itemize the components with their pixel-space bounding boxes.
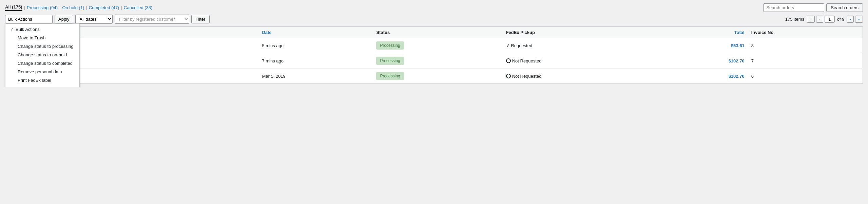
table-row: #742 Devesh PluginHive 👁 Mar 5, 2019 Pro…: [5, 69, 863, 84]
th-total: Total: [662, 27, 748, 38]
row3-fedex: Not Requested: [503, 69, 662, 84]
items-count: 175 items: [785, 17, 804, 22]
pagination-prev-button[interactable]: ‹: [816, 16, 823, 23]
check-icon: ✓: [506, 43, 510, 48]
status-badge-processing: Processing: [376, 41, 404, 50]
table-row: 👁 7 mins ago Processing Not Requested $1…: [5, 53, 863, 69]
filter-bar-right: 175 items « ‹ of 9 › »: [785, 16, 863, 23]
row2-invoice: 7: [748, 53, 863, 69]
circle-icon: [506, 74, 511, 78]
dropdown-item-change-completed[interactable]: Change status to completed: [5, 59, 79, 68]
row3-total: $102.70: [662, 69, 748, 84]
page-wrapper: All (175) | Processing (94) | On hold (1…: [0, 0, 868, 87]
dropdown-item-change-on-hold[interactable]: Change status to on-hold: [5, 51, 79, 59]
status-badge-processing: Processing: [376, 57, 404, 65]
row2-date: 7 mins ago: [258, 53, 373, 69]
tab-bar: All (175) | Processing (94) | On hold (1…: [5, 3, 863, 12]
row2-status: Processing: [373, 53, 502, 69]
row1-status: Processing: [373, 38, 502, 53]
search-orders-button[interactable]: Search orders: [826, 3, 863, 12]
table-header-row: Date Status FedEx Pickup Total Invoice N…: [5, 27, 863, 38]
filter-button[interactable]: Filter: [191, 15, 210, 23]
pagination-last-button[interactable]: »: [855, 16, 863, 23]
pagination-next-button[interactable]: ›: [847, 16, 853, 23]
search-orders-area: Search orders: [763, 3, 863, 12]
th-invoice: Invoice No.: [748, 27, 863, 38]
tab-cancelled[interactable]: Cancelled (33): [124, 5, 153, 10]
tab-completed[interactable]: Completed (47): [89, 5, 119, 10]
status-badge-processing: Processing: [376, 72, 404, 80]
dropdown-item-create-fedex[interactable]: Create FedEx label: [5, 85, 79, 87]
th-date: Date: [258, 27, 373, 38]
pagination-current-input[interactable]: [825, 16, 835, 23]
dropdown-item-change-processing[interactable]: Change status to processing: [5, 42, 79, 51]
dropdown-item-remove-personal[interactable]: Remove personal data: [5, 68, 79, 76]
pagination-of-label: of 9: [837, 17, 845, 22]
tab-bar-left: All (175) | Processing (94) | On hold (1…: [5, 4, 152, 11]
tab-all[interactable]: All (175): [5, 4, 22, 11]
table-row: 👁 5 mins ago Processing ✓ Requested $53.…: [5, 38, 863, 53]
dates-select[interactable]: All dates: [75, 15, 113, 24]
th-fedex: FedEx Pickup: [503, 27, 662, 38]
dropdown-item-move-to-trash[interactable]: Move to Trash: [5, 34, 79, 42]
row1-total: $53.61: [662, 38, 748, 53]
circle-icon: [506, 58, 511, 63]
orders-table: Date Status FedEx Pickup Total Invoice N…: [5, 26, 863, 84]
customer-filter-select[interactable]: Filter by registered customer: [115, 15, 189, 24]
row2-total: $102.70: [662, 53, 748, 69]
bulk-actions-select[interactable]: Bulk Actions: [5, 15, 53, 23]
row3-date: Mar 5, 2019: [258, 69, 373, 84]
dropdown-item-print-fedex[interactable]: Print FedEx label: [5, 76, 79, 85]
row1-date: 5 mins ago: [258, 38, 373, 53]
pagination-first-button[interactable]: «: [807, 16, 815, 23]
th-status: Status: [373, 27, 502, 38]
apply-button[interactable]: Apply: [55, 15, 73, 23]
search-input[interactable]: [763, 3, 824, 12]
dropdown-item-bulk-actions[interactable]: ✓ Bulk Actions: [5, 25, 79, 34]
filter-bar: Bulk Actions ✓ Bulk Actions Move to Tras…: [5, 15, 863, 24]
check-icon: ✓: [10, 27, 14, 32]
tab-processing[interactable]: Processing (94): [27, 5, 58, 10]
bulk-actions-wrapper: Bulk Actions ✓ Bulk Actions Move to Tras…: [5, 15, 53, 23]
row3-status: Processing: [373, 69, 502, 84]
tab-on-hold[interactable]: On hold (1): [62, 5, 84, 10]
row3-invoice: 6: [748, 69, 863, 84]
row2-fedex: Not Requested: [503, 53, 662, 69]
row1-fedex: ✓ Requested: [503, 38, 662, 53]
row1-invoice: 8: [748, 38, 863, 53]
bulk-actions-dropdown: ✓ Bulk Actions Move to Trash Change stat…: [5, 23, 80, 87]
